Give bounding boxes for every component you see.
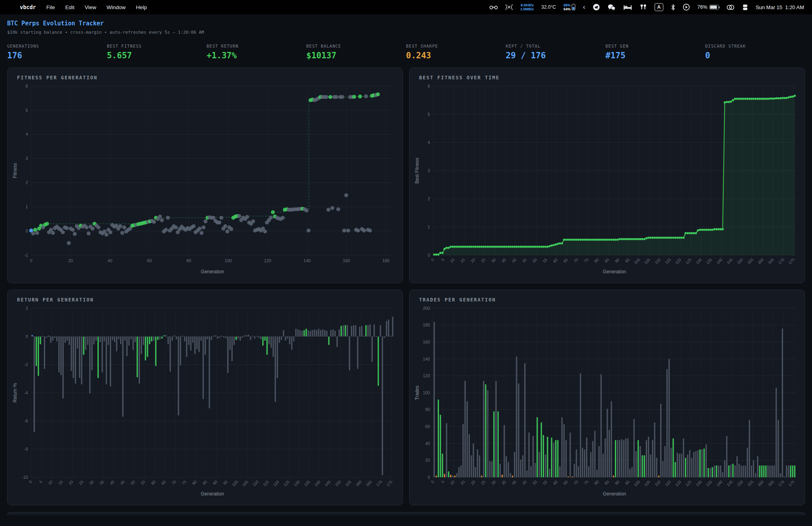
svg-text:150: 150 [334, 479, 342, 487]
svg-text:140: 140 [314, 479, 322, 487]
svg-text:140: 140 [716, 479, 724, 487]
svg-text:40: 40 [511, 479, 517, 486]
stat-value: 5.657 [107, 51, 207, 60]
handoff-icon[interactable] [726, 4, 735, 10]
svg-text:155: 155 [747, 479, 755, 487]
bluetooth-icon[interactable] [671, 4, 675, 11]
svg-text:155: 155 [345, 479, 352, 487]
svg-text:Generation: Generation [201, 491, 224, 497]
svg-text:50: 50 [130, 479, 136, 486]
stage-manager-icon[interactable] [742, 4, 748, 11]
svg-text:55: 55 [140, 479, 146, 486]
svg-text:100: 100 [225, 258, 232, 263]
temperature-indicator[interactable]: 32.0°C [541, 4, 556, 10]
svg-text:0: 0 [430, 479, 435, 484]
menu-file[interactable]: File [46, 4, 55, 10]
menu-view[interactable]: View [85, 4, 96, 10]
svg-text:120: 120 [423, 373, 430, 378]
svg-text:95: 95 [222, 479, 229, 486]
wechat-icon[interactable] [607, 4, 616, 11]
svg-text:130: 130 [695, 257, 703, 265]
stat-value: 176 [7, 51, 107, 60]
svg-text:45: 45 [521, 479, 528, 486]
svg-text:25: 25 [480, 257, 486, 263]
dual-battery-indicator[interactable]: 68% 54% [563, 3, 575, 11]
now-playing-icon[interactable] [683, 4, 690, 11]
svg-text:-2: -2 [24, 362, 28, 367]
svg-text:4: 4 [26, 132, 28, 136]
airdrop-icon[interactable] [506, 4, 513, 10]
bed-icon[interactable] [623, 4, 632, 10]
page-title: BTC Perps Evolution Tracker [7, 20, 805, 27]
svg-text:2: 2 [26, 306, 28, 311]
svg-text:115: 115 [262, 479, 270, 487]
svg-text:175: 175 [385, 479, 393, 487]
stat-best-sharpe: BEST SHARPE 0.243 [406, 44, 506, 60]
svg-text:Generation: Generation [603, 269, 626, 275]
menu-edit[interactable]: Edit [65, 4, 74, 10]
svg-text:170: 170 [375, 479, 383, 487]
battery-indicator[interactable]: 76% [697, 4, 719, 10]
stat-generations: GENERATIONS 176 [7, 44, 107, 60]
svg-text:125: 125 [283, 479, 291, 487]
svg-text:Generation: Generation [603, 491, 626, 497]
stat-label: DISCARD STREAK [705, 44, 805, 48]
svg-text:110: 110 [654, 479, 661, 487]
svg-text:140: 140 [716, 257, 724, 265]
panel-trades-per-generation: TRADES PER GENERATION 020406080100120140… [409, 290, 805, 505]
svg-text:Trades: Trades [414, 386, 420, 400]
app-menu-title[interactable]: vbcdr [20, 4, 36, 10]
svg-text:35: 35 [501, 479, 507, 486]
svg-text:70: 70 [573, 479, 579, 486]
svg-text:-4: -4 [24, 390, 28, 395]
svg-text:Generation: Generation [201, 269, 224, 275]
svg-text:80: 80 [594, 257, 600, 263]
svg-text:10: 10 [449, 257, 456, 263]
svg-text:165: 165 [767, 257, 775, 265]
svg-text:150: 150 [736, 257, 744, 265]
battery-bottom-pct: 54% [563, 7, 571, 11]
svg-text:30: 30 [490, 479, 497, 486]
svg-text:130: 130 [695, 479, 703, 487]
svg-text:55: 55 [542, 479, 548, 486]
svg-text:110: 110 [654, 257, 661, 265]
glasses-icon[interactable] [489, 4, 498, 10]
svg-text:50: 50 [532, 257, 538, 263]
battery-pct-label: 76% [697, 4, 707, 10]
svg-text:65: 65 [161, 479, 167, 486]
svg-text:120: 120 [264, 258, 271, 263]
svg-text:0: 0 [430, 257, 435, 262]
svg-text:150: 150 [736, 479, 744, 487]
next-panel-cutoff [7, 512, 805, 515]
svg-text:75: 75 [181, 479, 188, 486]
svg-text:60: 60 [147, 258, 152, 263]
network-speed-indicator[interactable]: 9.5KB/s 1.5MB/s [520, 3, 534, 11]
telegram-icon[interactable] [593, 4, 600, 11]
svg-text:Best Fitness: Best Fitness [414, 157, 420, 183]
menu-help[interactable]: Help [136, 4, 147, 10]
svg-text:20: 20 [425, 458, 430, 463]
menu-bar-clock[interactable]: Sun Mar 15 1:20 AM [756, 4, 804, 10]
svg-text:160: 160 [757, 257, 765, 265]
svg-text:1: 1 [428, 225, 430, 229]
input-source-indicator[interactable]: A [655, 3, 663, 11]
svg-text:0: 0 [26, 334, 28, 339]
menu-collapse-chevron-icon[interactable]: ‹ [583, 3, 585, 11]
svg-text:1: 1 [26, 204, 28, 209]
svg-text:160: 160 [423, 340, 430, 344]
stat-label: BEST GEN [605, 44, 705, 48]
svg-text:55: 55 [542, 257, 548, 263]
svg-text:75: 75 [583, 257, 590, 263]
svg-text:80: 80 [192, 479, 198, 486]
stat-value: 0.243 [406, 51, 506, 60]
svg-text:2: 2 [26, 180, 28, 185]
svg-text:160: 160 [757, 479, 765, 487]
menu-window[interactable]: Window [107, 4, 126, 10]
svg-text:100: 100 [231, 479, 239, 487]
svg-text:-6: -6 [24, 418, 28, 423]
airpods-icon[interactable] [640, 4, 647, 10]
stat-value: 29 / 176 [506, 51, 606, 60]
svg-text:0: 0 [428, 475, 430, 480]
battery-icon [709, 5, 719, 10]
svg-text:60: 60 [425, 424, 430, 429]
